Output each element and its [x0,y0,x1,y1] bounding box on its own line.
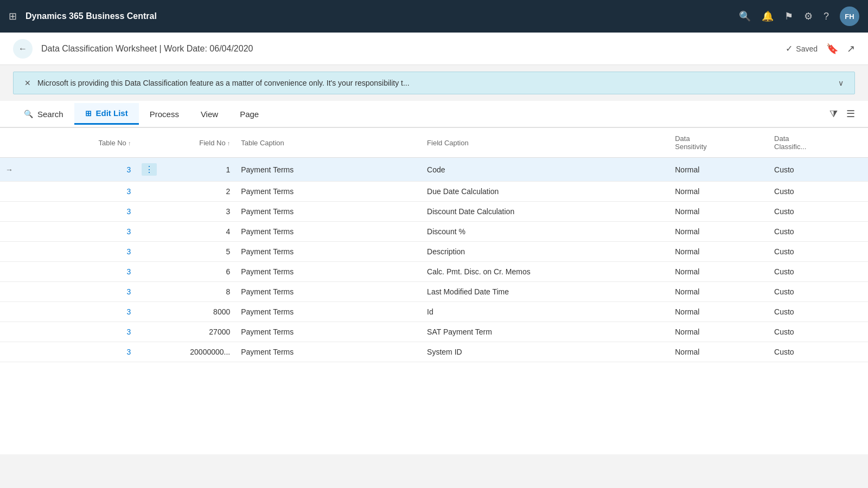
cell-field-no: 1 [161,158,235,182]
cell-context-menu[interactable] [136,182,161,202]
cell-data-sensitivity: Normal [669,302,769,322]
cell-field-no: 20000000... [161,342,235,362]
cell-table-caption: Payment Terms [235,342,422,362]
table-row[interactable]: 36Payment TermsCalc. Pmt. Disc. on Cr. M… [0,262,868,282]
cell-field-caption: Last Modified Date Time [422,282,669,302]
cell-context-menu[interactable] [136,262,161,282]
table-row[interactable]: →3⋮1Payment TermsCodeNormalCusto [0,158,868,182]
cell-table-no: 3 [25,342,137,362]
table-body: →3⋮1Payment TermsCodeNormalCusto32Paymen… [0,158,868,362]
page-title: Data Classification Worksheet | Work Dat… [41,44,777,54]
cell-context-menu[interactable] [136,342,161,362]
notification-text: Microsoft is providing this Data Classif… [37,79,832,87]
cell-context-menu[interactable] [136,242,161,262]
cell-table-no: 3 [25,182,137,202]
table-row[interactable]: 34Payment TermsDiscount %NormalCusto [0,222,868,242]
cell-context-menu[interactable] [136,222,161,242]
table-row[interactable]: 38Payment TermsLast Modified Date TimeNo… [0,282,868,302]
cell-field-caption: Calc. Pmt. Disc. on Cr. Memos [422,262,669,282]
share-icon[interactable]: ↗ [847,43,855,55]
table-row[interactable]: 32Payment TermsDue Date CalculationNorma… [0,182,868,202]
cell-context-menu[interactable] [136,282,161,302]
data-table: Table No Field No Table Caption Field Ca… [0,128,868,362]
cell-data-classification: Custo [769,202,868,222]
cell-context-menu[interactable] [136,202,161,222]
row-arrow-cell [0,242,25,262]
cell-context-menu[interactable] [136,302,161,322]
cell-data-classification: Custo [769,158,868,182]
th-field-no[interactable]: Field No [161,128,235,158]
th-table-caption[interactable]: Table Caption [235,128,422,158]
cell-data-sensitivity: Normal [669,158,769,182]
table-row[interactable]: 320000000...Payment TermsSystem IDNormal… [0,342,868,362]
toolbar-left: 🔍 Search ⊞ Edit List Process View Page [13,103,270,125]
edit-list-icon: ⊞ [85,109,92,118]
th-table-no[interactable]: Table No [25,128,137,158]
row-arrow-cell [0,342,25,362]
cell-field-caption: Discount % [422,222,669,242]
data-table-container: Table No Field No Table Caption Field Ca… [0,128,868,454]
cell-table-no: 3 [25,202,137,222]
context-menu-button[interactable]: ⋮ [142,163,157,176]
cell-table-no: 3 [25,302,137,322]
search-button[interactable]: 🔍 Search [13,104,74,124]
flag-icon[interactable]: ⚑ [784,10,793,22]
notification-close-icon[interactable]: ✕ [24,79,31,87]
back-button[interactable]: ← [13,39,33,59]
th-data-sensitivity[interactable]: DataSensitivity [669,128,769,158]
edit-list-button[interactable]: ⊞ Edit List [74,103,139,125]
cell-field-caption: SAT Payment Term [422,322,669,342]
notification-expand-icon[interactable]: ∨ [838,79,844,87]
row-arrow-cell [0,182,25,202]
th-field-caption[interactable]: Field Caption [422,128,669,158]
cell-data-classification: Custo [769,242,868,262]
table-row[interactable]: 33Payment TermsDiscount Date Calculation… [0,202,868,222]
th-data-classification[interactable]: DataClassific... [769,128,868,158]
cell-data-classification: Custo [769,222,868,242]
th-context-menu [136,128,161,158]
table-row[interactable]: 38000Payment TermsIdNormalCusto [0,302,868,322]
cell-table-no: 3 [25,322,137,342]
cell-table-no: 3 [25,242,137,262]
list-view-icon[interactable]: ☰ [846,108,855,120]
cell-context-menu[interactable]: ⋮ [136,158,161,182]
bell-icon[interactable]: 🔔 [762,10,774,22]
cell-table-caption: Payment Terms [235,302,422,322]
cell-data-classification: Custo [769,322,868,342]
row-arrow-cell: → [0,158,25,182]
cell-table-no: 3 [25,262,137,282]
filter-icon[interactable]: ⧩ [829,108,838,120]
saved-label: Saved [796,44,818,53]
cell-field-no: 2 [161,182,235,202]
view-button[interactable]: View [190,104,229,124]
cell-field-caption: System ID [422,342,669,362]
cell-field-no: 3 [161,202,235,222]
page-button[interactable]: Page [229,104,270,124]
help-icon[interactable]: ? [824,11,829,22]
cell-data-classification: Custo [769,262,868,282]
table-row[interactable]: 327000Payment TermsSAT Payment TermNorma… [0,322,868,342]
cell-table-caption: Payment Terms [235,222,422,242]
settings-icon[interactable]: ⚙ [804,10,813,22]
cell-data-classification: Custo [769,342,868,362]
cell-data-sensitivity: Normal [669,222,769,242]
checkmark-icon: ✓ [786,43,793,54]
page-header: ← Data Classification Worksheet | Work D… [0,33,868,65]
toolbar: 🔍 Search ⊞ Edit List Process View Page ⧩… [0,101,868,128]
avatar[interactable]: FH [840,7,859,26]
cell-context-menu[interactable] [136,322,161,342]
table-row[interactable]: 35Payment TermsDescriptionNormalCusto [0,242,868,262]
cell-table-caption: Payment Terms [235,158,422,182]
cell-data-sensitivity: Normal [669,262,769,282]
row-arrow-cell [0,222,25,242]
search-nav-icon[interactable]: 🔍 [739,10,751,22]
notification-banner: ✕ Microsoft is providing this Data Class… [13,72,855,94]
app-title: Dynamics 365 Business Central [25,11,730,21]
process-button[interactable]: Process [139,104,190,124]
cell-data-sensitivity: Normal [669,202,769,222]
grid-icon[interactable]: ⊞ [9,10,17,22]
cell-field-no: 8000 [161,302,235,322]
bookmark-icon[interactable]: 🔖 [826,43,838,55]
cell-table-caption: Payment Terms [235,322,422,342]
row-arrow-cell [0,202,25,222]
